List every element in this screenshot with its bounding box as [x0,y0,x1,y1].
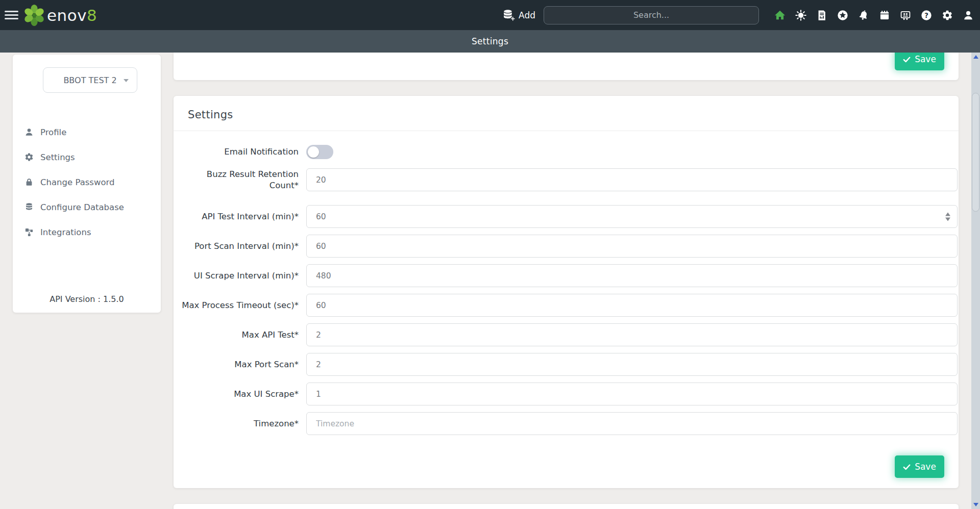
field-label: Email Notification [174,146,299,157]
database-add-icon [502,9,515,21]
field-label: API Test Interval (min)* [174,211,299,222]
field-label: Buzz Result Retention Count* [174,169,299,191]
max-api-test-input[interactable] [306,323,958,346]
svg-text:?: ? [924,11,928,19]
page-title-bar: Settings [0,30,980,53]
spinner-down-icon[interactable] [945,217,950,221]
field-label: Port Scan Interval (min)* [174,241,299,251]
sidebar-item-label: Settings [40,152,75,162]
settings-card: Settings Email NotificationBuzz Result R… [174,96,959,488]
scroll-down-button[interactable] [971,500,980,509]
timezone-input[interactable] [306,412,958,435]
environment-select-value: BBOT TEST 2 [63,75,116,85]
navbar-icon-row: ? [774,10,980,21]
report-icon[interactable] [816,10,827,21]
help-icon[interactable]: ? [921,10,932,21]
field-label: Max Port Scan* [174,359,299,370]
max-ui-scrape-input[interactable] [306,383,958,405]
api-version-label: API Version : 1.5.0 [13,294,161,304]
brightness-icon[interactable] [795,10,806,21]
check-icon [903,56,911,63]
user-icon [24,128,34,137]
next-section-card [174,504,959,509]
hamburger-menu-icon[interactable] [5,9,18,21]
form-row: API Test Interval (min)* [174,205,958,228]
lock-icon [24,177,34,187]
gear-icon [24,152,34,162]
email-notification-toggle[interactable] [306,145,333,159]
settings-card-title: Settings [174,96,959,121]
search-input[interactable] [544,6,759,24]
content-area: BBOT TEST 2 ProfileSettingsChange Passwo… [0,53,980,509]
top-navbar: enov8 Add ? [0,0,980,30]
port-scan-interval-min--input[interactable] [306,235,958,258]
page-title: Settings [472,36,508,46]
field-label: Max API Test* [174,329,299,340]
vertical-scrollbar[interactable] [971,53,980,509]
gear-icon[interactable] [942,10,953,21]
calendar-icon[interactable] [879,10,890,21]
form-row: Email Notification [174,144,958,160]
buzz-result-retention-input[interactable] [306,168,958,191]
settings-form: Email NotificationBuzz Result Retention … [174,131,959,435]
sidebar-item-label: Profile [40,128,66,137]
form-row: Max UI Scrape* [174,383,958,405]
sidebar-item-profile[interactable]: Profile [24,126,124,138]
field-label: UI Scrape Interval (min)* [174,270,299,281]
add-label: Add [519,10,535,20]
number-spinner[interactable] [945,212,950,221]
scroll-up-button[interactable] [971,53,980,61]
field-label: Max UI Scrape* [174,389,299,399]
notifications-icon[interactable] [858,10,869,21]
field-label: Max Process Timeout (sec)* [174,300,299,311]
sidebar-item-label: Change Password [40,177,115,187]
arrow-down-icon [973,503,978,506]
form-row: Max Port Scan* [174,353,958,376]
save-button[interactable]: Save [895,455,944,478]
form-row: Port Scan Interval (min)* [174,235,958,258]
brand-name: enov8 [47,6,97,24]
environment-select[interactable]: BBOT TEST 2 [43,67,137,93]
form-row: UI Scrape Interval (min)* [174,264,958,287]
chevron-down-icon [124,79,129,82]
previous-section-card: Save [174,53,959,80]
form-row: Buzz Result Retention Count* [174,168,958,191]
add-button[interactable]: Add [502,9,535,21]
database-icon [24,202,34,212]
enov8-flower-icon [22,4,46,27]
sidebar-item-label: Integrations [40,227,91,237]
form-row: Max Process Timeout (sec)* [174,294,958,317]
toggle-knob [308,146,319,158]
max-port-scan-input[interactable] [306,353,958,376]
training-board-icon[interactable] [900,10,911,21]
save-button-top[interactable]: Save [895,53,944,70]
sidebar-menu: ProfileSettingsChange PasswordConfigure … [24,126,124,251]
check-icon [903,463,911,471]
sidebar-item-label: Configure Database [40,202,124,212]
star-icon[interactable] [837,10,848,21]
spinner-up-icon[interactable] [945,212,950,216]
sidebar-item-settings[interactable]: Settings [24,151,124,163]
api-test-interval-min--input[interactable] [306,205,958,228]
scrollbar-thumb[interactable] [972,93,979,212]
sidebar-item-configure-database[interactable]: Configure Database [24,201,124,213]
sidebar-item-integrations[interactable]: Integrations [24,226,124,238]
sitemap-icon [24,227,34,237]
sidebar-card: BBOT TEST 2 ProfileSettingsChange Passwo… [13,55,161,313]
user-icon[interactable] [963,10,974,21]
form-row: Max API Test* [174,323,958,346]
arrow-up-icon [973,55,978,59]
home-icon[interactable] [774,10,786,21]
brand-logo[interactable]: enov8 [22,4,97,27]
ui-scrape-interval-min--input[interactable] [306,264,958,287]
field-label: Timezone* [174,418,299,429]
max-process-timeout-sec--input[interactable] [306,294,958,317]
sidebar-item-change-password[interactable]: Change Password [24,176,124,188]
form-row: Timezone* [174,412,958,435]
